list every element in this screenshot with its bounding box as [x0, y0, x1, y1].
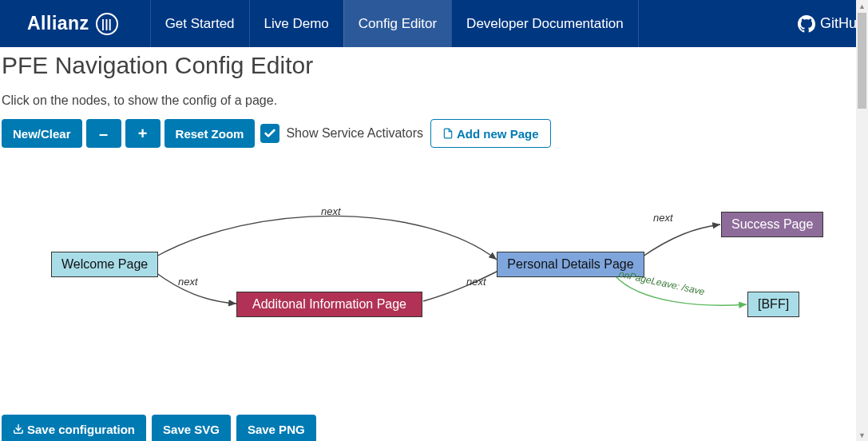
add-new-page-label: Add new Page	[457, 127, 539, 141]
node-additional-info-page[interactable]: Additonal Information Page	[236, 292, 422, 317]
nav-developer-docs[interactable]: Developer Documentation	[451, 0, 639, 47]
zoom-out-button[interactable]: –	[86, 119, 121, 148]
page-subtitle: Click on the nodes, to show the config o…	[2, 93, 868, 108]
graph-canvas[interactable]: Welcome Page Additonal Information Page …	[2, 164, 868, 403]
page-title: PFE Navigation Config Editor	[2, 52, 868, 87]
edge-label-additional-personal: next	[466, 276, 486, 288]
scrollbar[interactable]: ▲ ▼	[856, 0, 868, 441]
scrollbar-thumb[interactable]	[858, 13, 866, 109]
file-icon	[442, 127, 454, 140]
edge-label-welcome-additional: next	[178, 276, 198, 288]
edge-label-welcome-personal: next	[321, 205, 341, 217]
show-activators-label: Show Service Activators	[286, 126, 423, 141]
edge-label-personal-bff: onPageLeave: /save	[618, 268, 706, 297]
zoom-in-button[interactable]: +	[125, 119, 161, 148]
node-success-page[interactable]: Success Page	[721, 212, 823, 237]
reset-zoom-button[interactable]: Reset Zoom	[164, 119, 256, 148]
graph-edges	[2, 164, 856, 403]
scrollbar-up-arrow[interactable]: ▲	[856, 0, 868, 12]
show-activators-checkbox[interactable]	[260, 124, 279, 143]
nav-config-editor[interactable]: Config Editor	[343, 0, 451, 47]
show-activators-checkbox-wrap: Show Service Activators	[260, 124, 423, 143]
logo-text: Allianz	[27, 13, 89, 34]
scrollbar-down-arrow[interactable]: ▼	[856, 429, 868, 441]
download-icon	[13, 423, 24, 435]
check-icon	[264, 127, 276, 140]
logo-icon: |||	[96, 13, 118, 35]
save-png-button[interactable]: Save PNG	[236, 415, 316, 441]
add-new-page-button[interactable]: Add new Page	[430, 119, 551, 148]
node-bff[interactable]: [BFF]	[747, 292, 799, 317]
toolbar: New/Clear – + Reset Zoom Show Service Ac…	[2, 119, 868, 148]
nav-get-started[interactable]: Get Started	[150, 0, 249, 47]
nav-live-demo[interactable]: Live Demo	[249, 0, 343, 47]
save-svg-button[interactable]: Save SVG	[152, 415, 231, 441]
github-icon	[798, 15, 815, 33]
node-welcome-page[interactable]: Welcome Page	[51, 252, 158, 277]
nav-items: Get Started Live Demo Config Editor Deve…	[150, 0, 798, 47]
save-configuration-button[interactable]: Save configuration	[2, 415, 146, 441]
top-navbar: Allianz ||| Get Started Live Demo Config…	[0, 0, 868, 47]
save-configuration-label: Save configuration	[27, 423, 135, 436]
edge-label-personal-success: next	[653, 212, 673, 224]
new-clear-button[interactable]: New/Clear	[2, 119, 82, 148]
footer-buttons: Save configuration Save SVG Save PNG	[2, 415, 868, 441]
logo[interactable]: Allianz |||	[27, 13, 118, 35]
